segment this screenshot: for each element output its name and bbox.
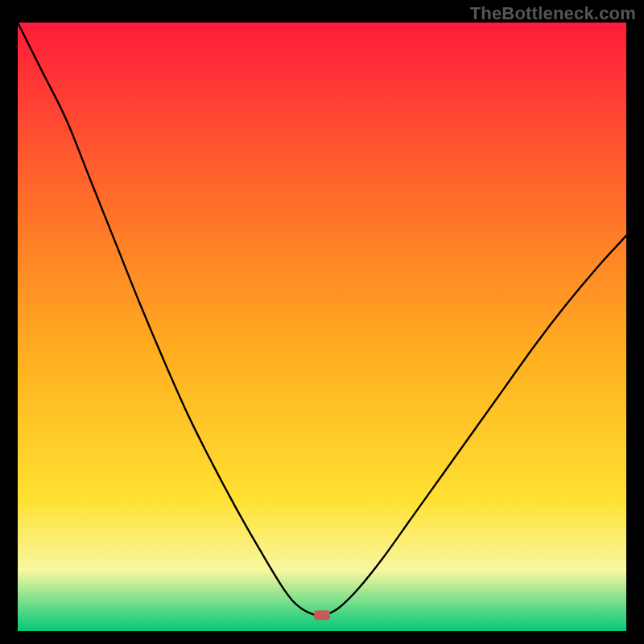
bottleneck-marker (314, 610, 330, 620)
watermark-text: TheBottleneck.com (470, 3, 636, 24)
plot-area (18, 23, 626, 631)
chart-frame: TheBottleneck.com (0, 0, 644, 644)
plot-svg (18, 23, 626, 631)
gradient-background (18, 23, 626, 631)
